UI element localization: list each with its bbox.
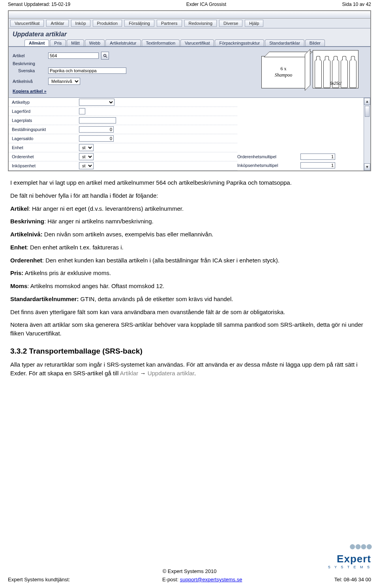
menu-forsaljning[interactable]: Försäljning [124, 20, 154, 27]
form-grid: Artikeltyp Lagerförd Lagerplats Beställn… [9, 97, 370, 170]
tab-matt[interactable]: Mått [67, 39, 84, 46]
enhet-select[interactable]: st [79, 144, 94, 151]
lagerford-checkbox[interactable] [79, 108, 85, 114]
page-title: Uppdatera artiklar [9, 28, 370, 39]
box-text-1: 6 x [262, 66, 305, 72]
tab-forpackningsstruktur[interactable]: Förpackningsstruktur [215, 39, 264, 46]
bestallningspunkt-label: Beställningspunkt [9, 127, 79, 132]
para-9: Moms: Artikelns momskod anges här. Oftas… [10, 282, 369, 290]
orderenhet-label: Orderenhet [9, 154, 79, 159]
artikel-input[interactable] [48, 52, 99, 59]
para-11: Det finns även ytterligare fält som kan … [10, 308, 369, 316]
logo-subtitle: S Y S T E M S [328, 565, 371, 569]
scroll-down-icon[interactable]: ▼ [364, 163, 370, 170]
app-window: Varucertifikat Artiklar Inköp Produktion… [8, 10, 371, 171]
logo-dots-icon: ●●●● [328, 539, 371, 553]
footer-right: Tel: 08-46 34 00 [334, 577, 371, 582]
para-10: Standardartikelnummer: GTIN, detta använ… [10, 295, 369, 303]
tab-standardartiklar[interactable]: Standardartiklar [265, 39, 304, 46]
tab-webb[interactable]: Webb [85, 39, 105, 46]
doc-header: Senast Uppdaterad: 15-02-19 Exder ICA Gr… [8, 0, 371, 10]
bestallningspunkt-input[interactable] [79, 126, 114, 133]
document-body: I exemplet har vi lagt upp en artikel me… [8, 171, 371, 378]
header-right: Sida 10 av 42 [342, 2, 371, 7]
svg-point-0 [103, 54, 106, 56]
logo-word: Expert [328, 553, 371, 565]
para-7: Orderenhet: Den enhet kunden kan beställ… [10, 256, 369, 265]
para-1: I exemplet har vi lagt upp en artikel me… [10, 178, 369, 187]
menu-produktion[interactable]: Produktion [93, 20, 122, 27]
beskrivning-lang-label: Svenska [18, 68, 48, 73]
search-icon [103, 54, 107, 58]
beskrivning-input[interactable] [48, 67, 126, 74]
product-illustration: 6 x Shampoo 6x25cl [261, 50, 358, 88]
artikelniva-label: Artikelnivå [13, 79, 48, 84]
artikel-label: Artikel [13, 53, 48, 58]
para-2: De fält ni behöver fylla i för att handl… [10, 191, 369, 200]
scroll-up-icon[interactable]: ▲ [364, 98, 370, 105]
tab-varucertifikat[interactable]: Varucertifikat [180, 39, 214, 46]
box-text-2: Shampoo [262, 72, 305, 78]
box-illustration: 6 x Shampoo [261, 56, 306, 88]
lagersaldo-label: Lagersaldo [9, 136, 79, 141]
inkopsenhet-select[interactable]: st [79, 162, 94, 169]
artikeltyp-select[interactable] [79, 99, 114, 106]
tab-artikelstruktur[interactable]: Artikelstruktur [105, 39, 141, 46]
vertical-scrollbar[interactable]: ▲ ▼ [364, 98, 370, 170]
menu-hjalp[interactable]: Hjälp [245, 20, 263, 27]
inkopsenhetsmultipel-label: Inköpsenhetsmultipel [237, 163, 300, 168]
beskrivning-label: Beskrivning [13, 61, 48, 66]
page-footer: ●●●● Expert S Y S T E M S © Expert Syste… [8, 568, 371, 582]
footer-mid: E-post: support@expertsystems.se [162, 577, 242, 582]
lagerplats-input[interactable] [79, 117, 116, 124]
footer-copyright: © Expert Systems 2010 [8, 568, 371, 574]
tab-bar: Allmänt Pris Mått Webb Artikelstruktur T… [9, 39, 370, 47]
orderenhetsmultipel-input[interactable] [300, 154, 335, 160]
menu-artiklar[interactable]: Artiklar [46, 20, 68, 27]
menu-diverse[interactable]: Diverse [219, 20, 242, 27]
footer-left: Expert Systems kundtjänst: [8, 577, 70, 582]
window-titlebar [9, 11, 370, 19]
para-12: Notera även att artiklar som ska generer… [10, 320, 369, 338]
section-heading: 3.3.2 Transportemballage (SRS-back) [10, 346, 369, 357]
tab-pris[interactable]: Pris [50, 39, 66, 46]
artikel-search-button[interactable] [101, 52, 109, 60]
inkopsenhet-label: Inköpsenhet [9, 163, 79, 168]
enhet-label: Enhet [9, 145, 79, 150]
artikelniva-select[interactable]: Mellannivå [48, 78, 80, 85]
para-5: Artikelnivå: Den nivån som artikeln avse… [10, 230, 369, 239]
menubar: Varucertifikat Artiklar Inköp Produktion… [9, 19, 370, 28]
svg-line-1 [105, 56, 107, 57]
header-center: Exder ICA Grossist [186, 2, 226, 7]
menu-partners[interactable]: Partners [157, 20, 182, 27]
orderenhetsmultipel-label: Orderenhetsmultipel [237, 154, 300, 159]
para-13: Alla typer av returartiklar som ingår i … [10, 360, 369, 378]
orderenhet-select[interactable]: st [79, 153, 94, 160]
header-left: Senast Uppdaterad: 15-02-19 [8, 2, 70, 7]
menu-varucertifikat[interactable]: Varucertifikat [10, 20, 44, 27]
scroll-thumb[interactable] [365, 106, 370, 117]
menu-inkop[interactable]: Inköp [71, 20, 90, 27]
artikeltyp-label: Artikeltyp [9, 100, 79, 105]
tab-allmant[interactable]: Allmänt [24, 39, 49, 46]
bottles-illustration: 6x25cl [313, 50, 358, 88]
bottles-label: 6x25cl [313, 81, 358, 86]
para-4: Beskrivning: Här anger ni artikelns namn… [10, 217, 369, 226]
para-3: Artikel: Här anger ni ert eget (d.v.s. l… [10, 204, 369, 213]
para-8: Pris: Artikelns pris är exklusive moms. [10, 269, 369, 277]
para-6: Enhet: Den enhet artikeln t.ex. fakturer… [10, 243, 369, 252]
support-email-link[interactable]: support@expertsystems.se [180, 577, 242, 582]
lagersaldo-input[interactable] [79, 135, 114, 142]
menu-redovisning[interactable]: Redovisning [184, 20, 217, 27]
expert-logo: ●●●● Expert S Y S T E M S [328, 539, 371, 569]
lagerford-label: Lagerförd [9, 109, 79, 114]
tab-textinformation[interactable]: Textinformation [142, 39, 180, 46]
form-header: Artikel Beskrivning Svenska Artikelnivå … [9, 47, 370, 97]
inkopsenhetsmultipel-input[interactable] [300, 162, 335, 169]
lagerplats-label: Lagerplats [9, 118, 79, 123]
tab-bilder[interactable]: Bilder [305, 39, 325, 46]
